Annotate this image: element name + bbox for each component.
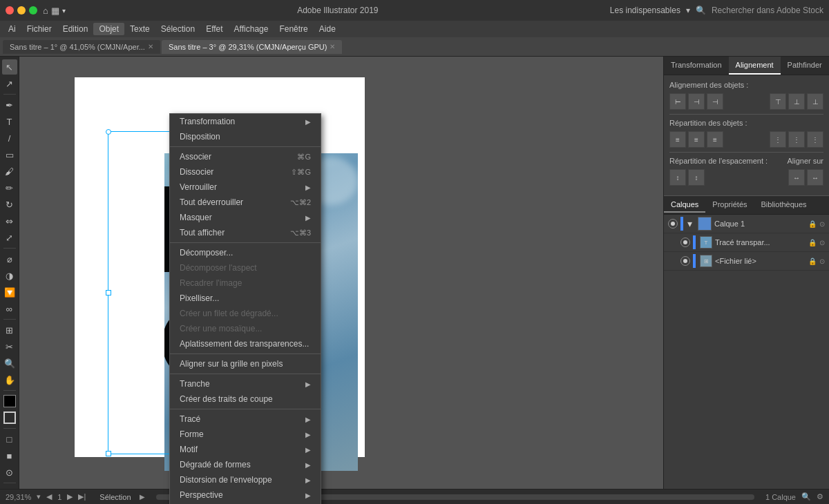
menu-item-tout-deverrouiller[interactable]: Tout déverrouiller ⌥⌘2 (170, 195, 321, 210)
dist-bottom[interactable]: ≡ (707, 131, 723, 148)
tab-transformation[interactable]: Transformation (664, 57, 729, 75)
workspace-label[interactable]: Les indispensables (610, 6, 680, 15)
layers-tab-calques[interactable]: Calques (664, 197, 705, 213)
menu-ai[interactable]: Ai (3, 23, 21, 35)
layer-3-visibility[interactable] (680, 256, 690, 266)
tool-artboard[interactable]: ⊞ (2, 322, 17, 338)
layer-2-lock[interactable]: 🔒 (808, 239, 817, 246)
menu-item-aplatissement[interactable]: Aplatissement des transparences... (170, 336, 321, 351)
layer-1-expand[interactable]: ▾ (687, 218, 692, 229)
tool-select[interactable]: ↖ (2, 59, 17, 75)
menu-item-motif[interactable]: Motif ▶ (170, 442, 321, 457)
menu-item-mosaique[interactable]: Créer une mosaïque... (170, 321, 321, 336)
menu-item-forme[interactable]: Forme ▶ (170, 427, 321, 442)
tool-pen[interactable]: ✒ (2, 97, 17, 113)
menu-fenetre[interactable]: Fenêtre (274, 23, 313, 35)
tool-rect[interactable]: ▭ (2, 147, 17, 162)
align-left-edge[interactable]: ⊢ (669, 93, 686, 110)
close-button[interactable] (6, 6, 14, 14)
grid-icon[interactable]: ▦ (51, 6, 59, 16)
spacing-h2[interactable]: ↔ (807, 169, 823, 186)
tool-warp[interactable]: ⌀ (2, 251, 17, 266)
menu-item-distorsion[interactable]: Distorsion de l'enveloppe ▶ (170, 472, 321, 487)
dist-center-v[interactable]: ≡ (688, 131, 705, 148)
layer-3-lock[interactable]: 🔒 (808, 258, 817, 265)
align-center-h[interactable]: ⊥ (788, 93, 805, 110)
menu-item-associer[interactable]: Associer ⌘G (170, 149, 321, 164)
tab-2[interactable]: Sans titre – 3° @ 29,31% (CMJN/Aperçu GP… (162, 40, 343, 54)
menu-item-decomposer-aspect[interactable]: Décomposer l'aspect (170, 260, 321, 275)
menu-item-tranche[interactable]: Tranche ▶ (170, 376, 321, 391)
menu-aide[interactable]: Aide (314, 23, 341, 35)
menu-affichage[interactable]: Affichage (229, 23, 274, 35)
menu-item-degrade-formes[interactable]: Dégradé de formes ▶ (170, 457, 321, 472)
tool-dropper[interactable]: 🔽 (2, 284, 17, 300)
layer-2-visibility[interactable] (680, 238, 690, 247)
menu-item-aligner-grille[interactable]: Aligner sur la grille en pixels (170, 356, 321, 371)
align-center-v[interactable]: ⊣ (688, 93, 705, 110)
layer-1-visibility[interactable] (668, 219, 678, 229)
tool-pencil[interactable]: ✏ (2, 180, 17, 195)
search-icon[interactable]: 🔍 (696, 6, 706, 15)
spacing-v1[interactable]: ↕ (669, 169, 686, 186)
menu-item-decomposer[interactable]: Décomposer... (170, 245, 321, 260)
status-search-icon[interactable]: 🔍 (801, 492, 811, 501)
menu-selection[interactable]: Sélection (155, 23, 200, 35)
tool-gradient[interactable]: ◑ (2, 268, 17, 283)
menu-item-trace[interactable]: Tracé ▶ (170, 411, 321, 427)
tool-rotate[interactable]: ↻ (2, 197, 17, 212)
menu-item-perspective[interactable]: Perspective ▶ (170, 487, 321, 503)
spacing-v2[interactable]: ↕ (688, 169, 705, 186)
menu-item-verrouiller[interactable]: Verrouiller ▶ (170, 180, 321, 195)
layer-2-options[interactable]: ⊙ (819, 239, 825, 246)
tab-pathfinder[interactable]: Pathfinder (781, 57, 829, 75)
menu-effet[interactable]: Effet (200, 23, 228, 35)
spacing-h1[interactable]: ↔ (788, 169, 805, 186)
menu-objet[interactable]: Objet (93, 23, 124, 35)
layer-1-lock[interactable]: 🔒 (808, 220, 817, 228)
menu-item-disposition[interactable]: Disposition (170, 129, 321, 144)
minimize-button[interactable] (17, 6, 26, 14)
menu-item-tout-afficher[interactable]: Tout afficher ⌥⌘3 (170, 225, 321, 240)
layer-1-options[interactable]: ⊙ (819, 220, 825, 228)
menu-item-dissocier[interactable]: Dissocier ⇧⌘G (170, 164, 321, 180)
menu-texte[interactable]: Texte (124, 23, 155, 35)
tool-zoom[interactable]: 🔍 (2, 356, 17, 371)
layer-3-options[interactable]: ⊙ (819, 258, 825, 265)
stroke-color[interactable] (3, 411, 16, 424)
tool-direct-select[interactable]: ↗ (2, 76, 17, 91)
workspace-arrow[interactable]: ▾ (686, 6, 690, 15)
layers-tab-proprietes[interactable]: Propriétés (705, 197, 754, 213)
tool-mode-back[interactable]: ■ (2, 448, 17, 463)
fill-color[interactable] (3, 395, 16, 407)
tool-type[interactable]: T (2, 114, 17, 129)
home-icon[interactable]: ⌂ (43, 6, 48, 16)
menu-fichier[interactable]: Fichier (21, 23, 57, 35)
align-top-edge[interactable]: ⊤ (770, 93, 786, 110)
tool-line[interactable]: / (2, 130, 17, 146)
dist-top[interactable]: ≡ (669, 131, 686, 148)
tab-1[interactable]: Sans titre – 1° @ 41,05% (CMJN/Aper... ✕ (3, 40, 160, 54)
tool-mode-normal[interactable]: □ (2, 432, 17, 447)
topbar-arrow[interactable]: ▾ (62, 7, 66, 14)
tool-brush[interactable]: 🖌 (2, 164, 17, 179)
menu-item-traits-coupe[interactable]: Créer des traits de coupe (170, 391, 321, 407)
menu-edition[interactable]: Edition (57, 23, 94, 35)
menu-item-pixelliser[interactable]: Pixelliser... (170, 291, 321, 306)
menu-item-masquer[interactable]: Masquer ▶ (170, 210, 321, 225)
tool-hand[interactable]: ✋ (2, 372, 17, 387)
status-settings-icon[interactable]: ⚙ (817, 492, 823, 501)
tool-scale[interactable]: ⤢ (2, 230, 17, 245)
tool-slice[interactable]: ✂ (2, 339, 17, 354)
layers-tab-bibliotheques[interactable]: Bibliothèques (754, 197, 814, 213)
tool-mirror[interactable]: ⇔ (2, 213, 17, 229)
dist-right[interactable]: ⋮ (807, 131, 823, 148)
tab-1-close[interactable]: ✕ (148, 43, 153, 50)
align-bottom-edge[interactable]: ⊥ (807, 93, 823, 110)
tool-mode-clip[interactable]: ⊙ (2, 465, 17, 480)
tool-blend[interactable]: ∞ (2, 301, 17, 316)
menu-item-filet-degrade[interactable]: Créer un filet de dégradé... (170, 306, 321, 321)
menu-item-transformation[interactable]: Transformation ▶ (170, 114, 321, 129)
dist-left[interactable]: ⋮ (770, 131, 786, 148)
tab-2-close[interactable]: ✕ (330, 43, 335, 50)
